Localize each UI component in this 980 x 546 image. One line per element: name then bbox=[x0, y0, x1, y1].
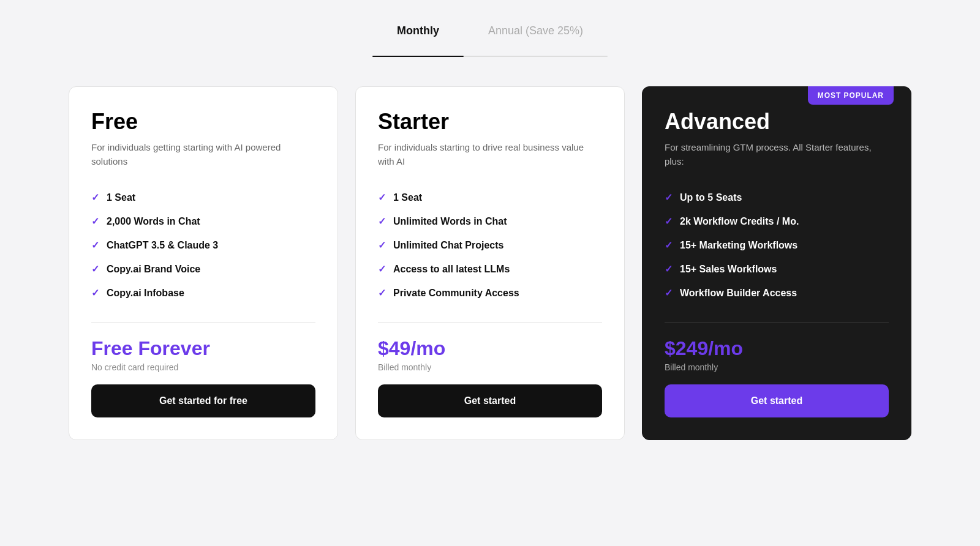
free-billing-note: No credit card required bbox=[91, 362, 315, 372]
billing-toggle: Monthly Annual (Save 25%) bbox=[372, 24, 608, 57]
advanced-plan-description: For streamlining GTM process. All Starte… bbox=[665, 141, 889, 168]
monthly-underline bbox=[372, 56, 464, 58]
check-icon: ✓ bbox=[378, 239, 386, 251]
advanced-plan-card: MOST POPULAR Advanced For streamlining G… bbox=[642, 86, 911, 440]
starter-plan-divider bbox=[378, 322, 602, 323]
advanced-plan-divider bbox=[665, 322, 889, 323]
check-icon: ✓ bbox=[665, 263, 673, 275]
check-icon: ✓ bbox=[91, 263, 99, 275]
list-item: ✓ Copy.ai Brand Voice bbox=[91, 257, 315, 281]
free-plan-name: Free bbox=[91, 109, 315, 135]
starter-features-list: ✓ 1 Seat ✓ Unlimited Words in Chat ✓ Unl… bbox=[378, 185, 602, 305]
list-item: ✓ Access to all latest LLMs bbox=[378, 257, 602, 281]
monthly-label: Monthly bbox=[397, 24, 439, 47]
list-item: ✓ 1 Seat bbox=[91, 185, 315, 209]
starter-price-section: $49/mo Billed monthly bbox=[378, 337, 602, 372]
starter-billing-note: Billed monthly bbox=[378, 362, 602, 372]
advanced-plan-name: Advanced bbox=[665, 109, 889, 135]
annual-underline bbox=[464, 56, 608, 58]
check-icon: ✓ bbox=[665, 192, 673, 203]
starter-cta-button[interactable]: Get started bbox=[378, 384, 602, 417]
list-item: ✓ Copy.ai Infobase bbox=[91, 281, 315, 305]
list-item: ✓ 2,000 Words in Chat bbox=[91, 209, 315, 233]
check-icon: ✓ bbox=[665, 287, 673, 299]
free-price-amount: Free Forever bbox=[91, 337, 315, 360]
check-icon: ✓ bbox=[665, 215, 673, 227]
list-item: ✓ Unlimited Words in Chat bbox=[378, 209, 602, 233]
annual-tab[interactable]: Annual (Save 25%) bbox=[464, 24, 608, 57]
advanced-features-list: ✓ Up to 5 Seats ✓ 2k Workflow Credits / … bbox=[665, 185, 889, 305]
check-icon: ✓ bbox=[91, 239, 99, 251]
advanced-billing-note: Billed monthly bbox=[665, 362, 889, 372]
check-icon: ✓ bbox=[91, 215, 99, 227]
check-icon: ✓ bbox=[378, 263, 386, 275]
list-item: ✓ Unlimited Chat Projects bbox=[378, 233, 602, 257]
free-plan-description: For individuals getting starting with AI… bbox=[91, 141, 315, 168]
check-icon: ✓ bbox=[91, 287, 99, 299]
free-cta-button[interactable]: Get started for free bbox=[91, 384, 315, 417]
most-popular-badge: MOST POPULAR bbox=[808, 86, 894, 105]
free-features-list: ✓ 1 Seat ✓ 2,000 Words in Chat ✓ ChatGPT… bbox=[91, 185, 315, 305]
check-icon: ✓ bbox=[378, 215, 386, 227]
free-plan-card: Free For individuals getting starting wi… bbox=[69, 86, 338, 440]
starter-price-amount: $49/mo bbox=[378, 337, 602, 360]
starter-plan-name: Starter bbox=[378, 109, 602, 135]
check-icon: ✓ bbox=[378, 287, 386, 299]
free-plan-divider bbox=[91, 322, 315, 323]
check-icon: ✓ bbox=[378, 192, 386, 203]
list-item: ✓ 15+ Marketing Workflows bbox=[665, 233, 889, 257]
list-item: ✓ Workflow Builder Access bbox=[665, 281, 889, 305]
starter-plan-description: For individuals starting to drive real b… bbox=[378, 141, 602, 168]
monthly-tab[interactable]: Monthly bbox=[372, 24, 464, 57]
advanced-price-section: $249/mo Billed monthly bbox=[665, 337, 889, 372]
list-item: ✓ Private Community Access bbox=[378, 281, 602, 305]
list-item: ✓ 15+ Sales Workflows bbox=[665, 257, 889, 281]
list-item: ✓ 1 Seat bbox=[378, 185, 602, 209]
advanced-cta-button[interactable]: Get started bbox=[665, 384, 889, 417]
plans-container: Free For individuals getting starting wi… bbox=[61, 86, 919, 440]
free-price-section: Free Forever No credit card required bbox=[91, 337, 315, 372]
annual-label: Annual (Save 25%) bbox=[488, 24, 583, 47]
starter-plan-card: Starter For individuals starting to driv… bbox=[355, 86, 625, 440]
list-item: ✓ Up to 5 Seats bbox=[665, 185, 889, 209]
check-icon: ✓ bbox=[665, 239, 673, 251]
list-item: ✓ ChatGPT 3.5 & Claude 3 bbox=[91, 233, 315, 257]
check-icon: ✓ bbox=[91, 192, 99, 203]
advanced-price-amount: $249/mo bbox=[665, 337, 889, 360]
list-item: ✓ 2k Workflow Credits / Mo. bbox=[665, 209, 889, 233]
